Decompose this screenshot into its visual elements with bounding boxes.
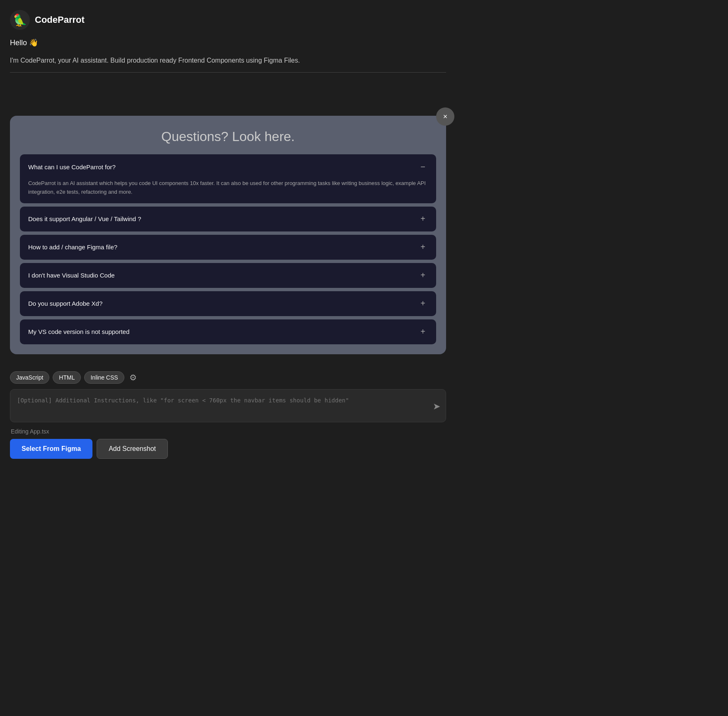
faq-question-label-1: What can I use CodeParrot for?: [28, 163, 116, 170]
javascript-pill[interactable]: JavaScript: [10, 371, 49, 384]
faq-question-2[interactable]: Does it support Angular / Vue / Tailwind…: [20, 207, 436, 231]
description-text: I'm CodeParrot, your AI assistant. Build…: [0, 51, 456, 72]
faq-question-label-3: How to add / change Figma file?: [28, 244, 117, 251]
html-pill[interactable]: HTML: [53, 371, 81, 384]
settings-button[interactable]: ⚙: [128, 371, 138, 384]
faq-question-5[interactable]: Do you support Adobe Xd? +: [20, 291, 436, 316]
faq-question-1[interactable]: What can I use CodeParrot for? −: [20, 154, 436, 179]
faq-toggle-2: +: [418, 214, 428, 224]
faq-item-3: How to add / change Figma file? +: [20, 235, 436, 260]
app-title: CodeParrot: [35, 15, 85, 25]
faq-question-3[interactable]: How to add / change Figma file? +: [20, 235, 436, 260]
faq-item-5: Do you support Adobe Xd? +: [20, 291, 436, 316]
faq-panel: × Questions? Look here. What can I use C…: [10, 116, 446, 354]
close-button[interactable]: ×: [436, 107, 454, 126]
faq-toggle-6: +: [418, 327, 428, 337]
add-screenshot-button[interactable]: Add Screenshot: [97, 439, 168, 459]
inline-css-pill[interactable]: Inline CSS: [84, 371, 124, 384]
action-buttons: Select From Figma Add Screenshot: [10, 439, 446, 469]
main-content: × Questions? Look here. What can I use C…: [0, 73, 456, 364]
faq-title: Questions? Look here.: [20, 129, 436, 144]
faq-item-2: Does it support Angular / Vue / Tailwind…: [20, 207, 436, 231]
faq-item-6: My VS code version is not supported +: [20, 319, 436, 344]
faq-toggle-5: +: [418, 299, 428, 309]
faq-question-label-2: Does it support Angular / Vue / Tailwind…: [28, 215, 141, 222]
faq-toggle-3: +: [418, 242, 428, 252]
faq-list: What can I use CodeParrot for? − CodePar…: [20, 154, 436, 344]
parrot-icon: 🦜: [13, 13, 27, 27]
instructions-input[interactable]: [10, 389, 446, 422]
faq-question-4[interactable]: I don't have Visual Studio Code +: [20, 263, 436, 288]
send-button[interactable]: ➤: [433, 401, 440, 412]
faq-question-label-5: Do you support Adobe Xd?: [28, 300, 102, 307]
bottom-section: JavaScript HTML Inline CSS ⚙ ➤ Editing A…: [0, 364, 456, 469]
faq-question-label-6: My VS code version is not supported: [28, 328, 129, 335]
lang-toolbar: JavaScript HTML Inline CSS ⚙: [10, 371, 446, 384]
app-logo: 🦜: [10, 10, 30, 30]
faq-toggle-1: −: [418, 162, 428, 172]
instructions-wrapper: ➤: [10, 389, 446, 424]
select-from-figma-button[interactable]: Select From Figma: [10, 439, 92, 459]
faq-item-4: I don't have Visual Studio Code +: [20, 263, 436, 288]
greeting-text: Hello 👋: [0, 35, 456, 51]
faq-question-6[interactable]: My VS code version is not supported +: [20, 319, 436, 344]
faq-item-1: What can I use CodeParrot for? − CodePar…: [20, 154, 436, 203]
faq-answer-1: CodeParrot is an AI assistant which help…: [20, 179, 436, 203]
app-header: 🦜 CodeParrot: [0, 0, 456, 35]
faq-toggle-4: +: [418, 270, 428, 280]
faq-question-label-4: I don't have Visual Studio Code: [28, 272, 115, 279]
editing-label: Editing App.tsx: [10, 428, 446, 435]
